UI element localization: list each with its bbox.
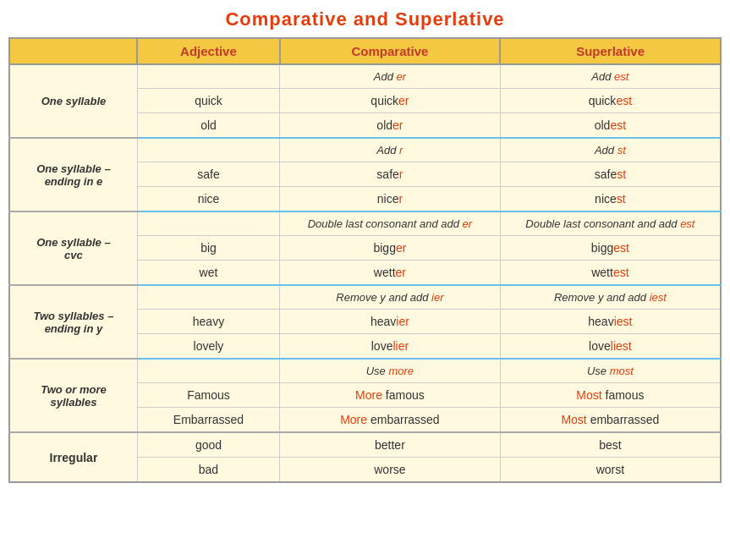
header-superlative: Superlative xyxy=(500,38,721,64)
comp-embarrassed: More embarrassed xyxy=(280,408,501,433)
category-ending-y: Two syllables –ending in y xyxy=(9,285,137,359)
rule-comp-one-syllable: Add er xyxy=(280,64,501,89)
adj-heavy: heavy xyxy=(137,310,279,334)
category-ending-e: One syllable –ending in e xyxy=(9,138,137,211)
sup-bad: worst xyxy=(500,458,721,483)
rule-adj-empty3 xyxy=(137,211,279,236)
sup-heavy: heaviest xyxy=(500,310,721,334)
category-one-syllable: One syllable xyxy=(9,64,137,138)
sup-good: best xyxy=(500,432,721,458)
rule-row-ending-y: Two syllables –ending in y Remove y and … xyxy=(9,285,721,310)
sup-embarrassed: Most embarrassed xyxy=(500,408,721,433)
rule-row-cvc: One syllable –cvc Double last consonant … xyxy=(9,211,721,236)
rule-sup-cvc: Double last consonant and add est xyxy=(500,211,721,236)
rule-row-one-syllable: One syllable Add er Add est xyxy=(9,64,721,89)
comp-old: older xyxy=(280,113,501,139)
adj-famous: Famous xyxy=(137,383,279,408)
adj-old: old xyxy=(137,113,279,139)
adj-big: big xyxy=(137,236,279,261)
rule-sup-one-syllable: Add est xyxy=(500,64,721,89)
data-row-good: Irregular good better best xyxy=(9,432,721,458)
rule-row-two-more: Two or moresyllables Use more Use most xyxy=(9,359,721,383)
category-irregular: Irregular xyxy=(9,432,137,482)
rule-comp-suffix: er xyxy=(397,70,407,83)
sup-big: biggest xyxy=(500,236,721,261)
rule-sup-ending-e: Add st xyxy=(500,138,721,162)
rule-sup-two-more: Use most xyxy=(500,359,721,383)
rule-comp-cvc: Double last consonant and add er xyxy=(280,211,501,236)
sup-famous: Most famous xyxy=(500,383,721,408)
category-two-more: Two or moresyllables xyxy=(9,359,137,432)
rule-comp-two-more: Use more xyxy=(280,359,501,383)
comp-nice: nicer xyxy=(280,187,501,212)
comp-lovely: lovelier xyxy=(280,334,501,360)
rule-comp-ending-e: Add r xyxy=(280,138,501,162)
sup-nice: nicest xyxy=(500,187,721,212)
rule-row-ending-e: One syllable –ending in e Add r Add st xyxy=(9,138,721,162)
sup-safe: safest xyxy=(500,162,721,187)
page-title: Comparative and Superlative xyxy=(8,8,722,30)
adj-safe: safe xyxy=(137,162,279,187)
rule-adj-empty xyxy=(137,64,279,89)
rule-adj-empty4 xyxy=(137,285,279,310)
rule-sup-base: Add xyxy=(591,70,614,83)
rule-comp-base: Add xyxy=(374,70,397,83)
comp-big: bigger xyxy=(280,236,501,261)
header-empty xyxy=(9,38,137,64)
rule-sup-ending-y: Remove y and add iest xyxy=(500,285,721,310)
main-table: Adjective Comparative Superlative One sy… xyxy=(8,37,722,483)
header-adjective: Adjective xyxy=(137,38,279,64)
rule-adj-empty5 xyxy=(137,359,279,383)
adj-good: good xyxy=(137,432,279,458)
sup-lovely: loveliest xyxy=(500,334,721,360)
adj-wet: wet xyxy=(137,261,279,286)
adj-nice: nice xyxy=(137,187,279,212)
comp-bad: worse xyxy=(280,458,501,483)
comp-safe: safer xyxy=(280,162,501,187)
sup-old: oldest xyxy=(500,113,721,139)
adj-lovely: lovely xyxy=(137,334,279,360)
adj-bad: bad xyxy=(137,458,279,483)
page-container: Comparative and Superlative Adjective Co… xyxy=(8,8,722,483)
sup-quick: quickest xyxy=(500,89,721,113)
adj-quick: quick xyxy=(137,89,279,113)
sup-wet: wettest xyxy=(500,261,721,286)
comp-heavy: heavier xyxy=(280,310,501,334)
rule-sup-suffix: est xyxy=(614,70,628,83)
category-cvc: One syllable –cvc xyxy=(9,211,137,285)
rule-adj-empty2 xyxy=(137,138,279,162)
comp-famous: More famous xyxy=(280,383,501,408)
header-comparative: Comparative xyxy=(280,38,501,64)
rule-comp-ending-y: Remove y and add ier xyxy=(280,285,501,310)
header-row: Adjective Comparative Superlative xyxy=(9,38,721,64)
comp-good: better xyxy=(280,432,501,458)
comp-quick: quicker xyxy=(280,89,501,113)
adj-embarrassed: Embarrassed xyxy=(137,408,279,433)
comp-wet: wetter xyxy=(280,261,501,286)
